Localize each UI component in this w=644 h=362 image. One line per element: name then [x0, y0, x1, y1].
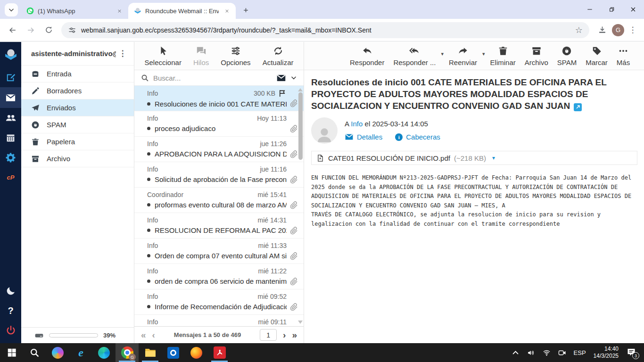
mail-nav-button[interactable]	[0, 87, 21, 108]
search-input[interactable]	[153, 74, 272, 82]
forward-dropdown-icon[interactable]: ▾	[482, 51, 485, 57]
open-in-new-window-icon[interactable]	[574, 103, 582, 111]
folder-papelera[interactable]: Papelera	[21, 133, 134, 150]
folder-entrada[interactable]: Entrada	[21, 66, 134, 82]
archive-button[interactable]: Archivo	[525, 46, 548, 66]
taskbar-search-button[interactable]	[23, 343, 46, 362]
scroll-up-arrow[interactable]	[298, 88, 303, 91]
message-row[interactable]: Infomié 11:22 orden de compra 06 servici…	[134, 264, 304, 289]
tab-search-button[interactable]	[5, 3, 18, 16]
site-settings-icon[interactable]	[68, 26, 76, 34]
taskbar-internet-explorer-button[interactable]: e	[69, 343, 92, 362]
reply-all-dropdown-icon[interactable]: ▾	[441, 51, 444, 57]
dark-mode-button[interactable]	[0, 281, 21, 301]
tray-chevron-up-icon[interactable]	[512, 349, 520, 357]
minimize-button[interactable]	[579, 0, 601, 19]
page-number-input[interactable]	[260, 329, 277, 341]
message-row[interactable]: Infomié 14:31 RESOLUCION DE REFORMA AL P…	[134, 213, 304, 239]
taskbar-copilot-button[interactable]	[46, 343, 69, 362]
back-button[interactable]	[5, 22, 21, 38]
logout-button[interactable]	[0, 321, 21, 340]
next-page-button[interactable]: ›	[283, 330, 286, 339]
contacts-nav-button[interactable]	[0, 108, 21, 128]
scrollbar-thumb[interactable]	[298, 92, 303, 160]
close-tab-icon[interactable]	[223, 7, 231, 15]
wifi-icon[interactable]	[543, 349, 551, 357]
folder-enviados[interactable]: Enviados	[21, 99, 134, 116]
attachment-dropdown-icon[interactable]: ▾	[492, 155, 495, 161]
message-row[interactable]: InfoHoy 11:13 proceso adjudicaco	[134, 111, 304, 137]
button-label: Responder ...	[393, 58, 436, 66]
spam-button[interactable]: SPAM	[557, 46, 577, 66]
folder-archivo[interactable]: Archivo	[21, 150, 134, 167]
taskbar-acrobat-button[interactable]	[208, 343, 231, 362]
reply-button[interactable]: Responder	[350, 46, 384, 66]
forward-button[interactable]	[23, 22, 39, 38]
last-page-button[interactable]: »	[292, 330, 297, 339]
taskbar-edge-button[interactable]	[92, 343, 116, 362]
restore-button[interactable]	[601, 0, 622, 19]
browser-menu-button[interactable]: ⋮	[626, 25, 639, 35]
flag-icon[interactable]	[278, 89, 287, 98]
message-row[interactable]: Infomié 09:52 Informe de Recomendación d…	[134, 289, 304, 315]
volume-icon[interactable]	[527, 349, 535, 357]
taskbar-file-explorer-button[interactable]	[139, 343, 162, 362]
compose-button[interactable]	[0, 67, 21, 87]
scroll-down-arrow[interactable]	[298, 321, 303, 324]
refresh-button[interactable]: Actualizar	[263, 46, 294, 66]
folder-spam[interactable]: SPAM	[21, 116, 134, 133]
message-sender: Info	[147, 242, 158, 249]
taskbar-chrome-button[interactable]: G	[116, 343, 139, 362]
language-indicator[interactable]: ESP	[574, 349, 586, 356]
delete-button[interactable]: Eliminar	[490, 46, 516, 66]
meet-now-icon[interactable]	[558, 349, 566, 357]
taskbar-outlook-button[interactable]	[162, 343, 185, 362]
more-button[interactable]: Más	[617, 46, 630, 66]
mark-button[interactable]: Marcar	[586, 46, 608, 66]
close-window-button[interactable]	[622, 0, 644, 19]
reload-button[interactable]	[41, 22, 57, 38]
sender-block: A Info el 2025-03-14 14:05 Detalles iCab…	[304, 112, 644, 147]
first-page-button[interactable]: «	[141, 330, 146, 339]
browser-profile-avatar[interactable]: G	[612, 24, 624, 36]
message-sender: Info	[147, 115, 158, 122]
forward-button[interactable]: Reenviar	[449, 46, 477, 66]
taskbar-clock[interactable]: 14:4014/3/2025	[594, 346, 619, 360]
recipient-link[interactable]: Info	[351, 120, 363, 128]
message-row[interactable]: Coordinadormié 15:41 proformas evento cu…	[134, 188, 304, 213]
tab-whatsapp[interactable]: (1) WhatsApp	[21, 3, 128, 19]
select-button[interactable]: Seleccionar	[145, 46, 182, 66]
help-button[interactable]: ?	[0, 301, 21, 321]
reply-all-button[interactable]: Responder ...	[393, 46, 436, 66]
address-bar[interactable]: webmail.sanjuan.gob.ec/cpsess3265394567/…	[61, 22, 589, 38]
search-options-chevron-icon[interactable]	[290, 74, 297, 81]
message-row[interactable]: Infojue 11:26 APROBACION PARA LA ADQUISI…	[134, 137, 304, 162]
paperclip-icon	[290, 303, 298, 311]
tab-roundcube[interactable]: Roundcube Webmail :: Enviados	[128, 3, 236, 19]
new-tab-button[interactable]	[239, 4, 252, 16]
downloads-button[interactable]	[594, 22, 610, 38]
taskbar-firefox-button[interactable]	[185, 343, 208, 362]
calendar-nav-button[interactable]	[0, 128, 21, 148]
message-row[interactable]: Infojue 11:16 Solicitud de aprobación de…	[134, 162, 304, 188]
message-row[interactable]: Infomié 09:11	[134, 315, 304, 326]
headers-link[interactable]: iCabeceras	[395, 133, 440, 141]
threads-button[interactable]: Hilos	[193, 46, 209, 66]
search-scope-envelope-icon[interactable]	[276, 73, 286, 83]
start-button[interactable]	[0, 343, 23, 362]
message-row[interactable]: Infomié 11:33 Orden de compra 07 evento …	[134, 239, 304, 264]
bookmark-star-icon[interactable]: ☆	[575, 26, 583, 34]
close-tab-icon[interactable]	[115, 7, 124, 15]
settings-nav-button[interactable]	[0, 148, 21, 167]
folder-borradores[interactable]: Borradores	[21, 82, 134, 99]
pagination-bar: « ‹ Mensajes 1 a 50 de 469 › »	[134, 326, 304, 343]
list-scrollbar[interactable]	[297, 87, 303, 325]
options-button[interactable]: Opciones	[221, 46, 250, 66]
folder-menu-button[interactable]: ⋮	[116, 49, 129, 58]
cpanel-nav-button[interactable]: cP	[0, 167, 21, 187]
details-link[interactable]: Detalles	[345, 132, 382, 141]
attachment-bar[interactable]: CATE01 RESOLUCIÓN DE INICIO.pdf (~218 KB…	[311, 151, 637, 165]
message-row[interactable]: Info300 KB Resoluciones de inicio 001 CA…	[134, 86, 304, 111]
prev-page-button[interactable]: ‹	[152, 330, 155, 339]
notifications-button[interactable]: 3	[626, 347, 637, 358]
